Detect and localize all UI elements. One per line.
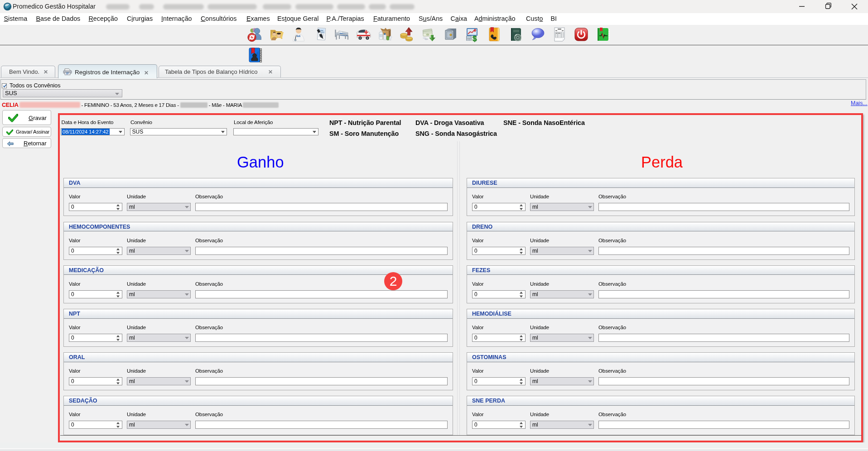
svg-text:$: $ [473, 34, 477, 42]
